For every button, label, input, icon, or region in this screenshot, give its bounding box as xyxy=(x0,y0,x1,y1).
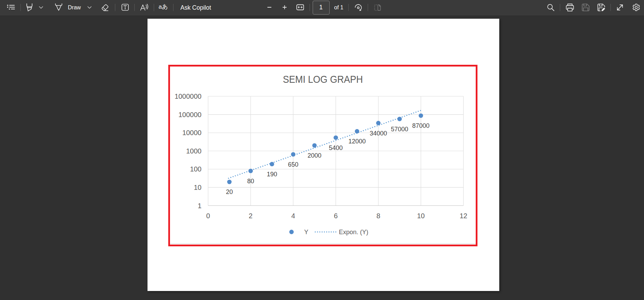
svg-text:650: 650 xyxy=(288,161,298,168)
svg-text:10: 10 xyxy=(194,184,202,191)
svg-text:80: 80 xyxy=(247,178,254,185)
svg-text:5400: 5400 xyxy=(329,144,343,151)
svg-text:Expon. (Y): Expon. (Y) xyxy=(339,229,368,236)
svg-text:57000: 57000 xyxy=(391,126,408,133)
svg-text:10000: 10000 xyxy=(182,129,202,136)
svg-text:0: 0 xyxy=(206,212,210,220)
svg-text:1000000: 1000000 xyxy=(175,92,202,100)
svg-text:12000: 12000 xyxy=(348,138,366,145)
svg-text:20: 20 xyxy=(226,188,233,195)
svg-text:6: 6 xyxy=(334,212,338,220)
svg-text:190: 190 xyxy=(267,171,277,178)
svg-text:4: 4 xyxy=(291,212,295,220)
svg-text:34000: 34000 xyxy=(370,130,387,137)
svg-text:12: 12 xyxy=(459,212,467,220)
svg-text:10: 10 xyxy=(417,212,424,220)
svg-text:87000: 87000 xyxy=(412,122,430,129)
svg-text:Y: Y xyxy=(304,229,308,236)
svg-text:2000: 2000 xyxy=(307,152,321,159)
svg-text:1000: 1000 xyxy=(186,147,202,155)
svg-text:1: 1 xyxy=(198,202,202,210)
svg-text:2: 2 xyxy=(249,212,252,220)
svg-text:100000: 100000 xyxy=(178,111,202,118)
svg-text:SEMI LOG GRAPH: SEMI LOG GRAPH xyxy=(283,73,363,85)
svg-text:8: 8 xyxy=(376,212,380,220)
svg-text:100: 100 xyxy=(190,165,202,173)
